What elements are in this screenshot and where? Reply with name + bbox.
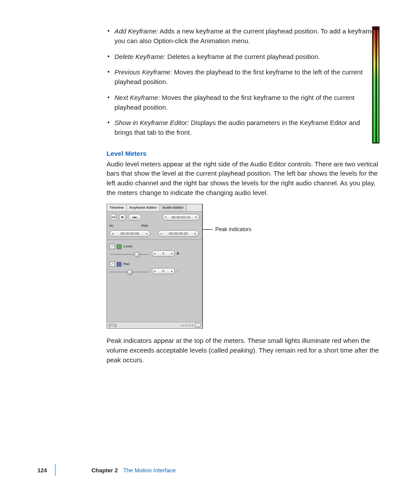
level-value: 4 (162, 251, 164, 256)
callout-label: Peak indicators (215, 226, 251, 233)
meter-bar-right (376, 29, 379, 143)
desc: Deletes a keyframe at the current playhe… (166, 53, 320, 60)
pan-color-swatch[interactable] (117, 262, 122, 267)
footer-divider (55, 464, 55, 476)
chevron-right-icon: ▸ (146, 232, 148, 236)
audio-editor-panel: Timeline Keyframe Editor Audio Editor |◂… (107, 204, 203, 329)
pan-value-field[interactable]: ◂ 0 ▸ (152, 268, 175, 274)
level-color-swatch[interactable] (117, 244, 122, 249)
em-peaking: peaking (230, 346, 253, 354)
meter-bar-left (373, 29, 376, 143)
callout-peak-indicators: Peak indicators (203, 226, 251, 233)
pan-value: 0 (162, 269, 164, 274)
heading-level-meters: Level Meters (107, 149, 379, 158)
out-time-value: 00:00:09:28 (169, 231, 188, 236)
chevron-left-icon: ◂ (154, 269, 155, 273)
level-slider[interactable] (110, 252, 149, 257)
chapter-number: Chapter 2 (92, 467, 118, 474)
param-pan: ✓ Pan ◂ 0 (107, 260, 202, 278)
term: Next Keyframe: (114, 94, 160, 101)
in-label: In: (110, 223, 114, 228)
callout-line (203, 229, 213, 230)
current-time-value: 00:00:03:19 (172, 215, 190, 220)
pan-keyframe-icon[interactable]: − (177, 269, 179, 274)
level-label: Level (123, 244, 132, 249)
chevron-left-icon: ◂ (160, 232, 162, 236)
page-footer: 124 Chapter 2 The Motion Interface (37, 464, 176, 476)
chapter-title: The Motion Interface (123, 467, 176, 474)
level-checkbox[interactable]: ✓ (110, 244, 115, 249)
term: Show in Keyframe Editor: (114, 119, 189, 126)
filter-icon[interactable]: ((▽)) (108, 323, 117, 328)
tab-timeline[interactable]: Timeline (107, 204, 127, 211)
chevron-left-icon: ◂ (154, 251, 155, 256)
bullet-next-keyframe: Next Keyframe: Moves the playhead to the… (107, 93, 379, 112)
chevron-right-icon: ▸ (195, 232, 196, 236)
level-meters (372, 26, 379, 143)
tab-keyframe-editor[interactable]: Keyframe Editor (127, 204, 160, 211)
chevron-left-icon: ◂ (112, 232, 114, 236)
bullet-previous-keyframe: Previous Keyframe: Moves the playhead to… (107, 67, 379, 87)
pan-checkbox[interactable]: ✓ (110, 261, 115, 267)
figure-audio-editor: Timeline Keyframe Editor Audio Editor |◂… (107, 204, 379, 329)
term: Previous Keyframe: (114, 68, 172, 76)
chevron-right-icon: ▸ (171, 251, 173, 256)
tab-audio-editor[interactable]: Audio Editor (160, 204, 187, 211)
zoom-slider[interactable] (181, 323, 201, 327)
go-to-start-button[interactable]: |◂◂ (110, 214, 117, 221)
para-level-meters: Audio level meters appear at the right s… (107, 159, 379, 198)
param-level: ✓ Level ◂ 4 (107, 243, 202, 260)
play-button[interactable]: ▶ (119, 214, 126, 221)
in-time-field[interactable]: ◂ 00:00:00:00 ▸ (110, 230, 150, 237)
loop-button[interactable]: |◂▸| (128, 214, 141, 221)
pan-slider[interactable] (110, 270, 149, 274)
chevron-left-icon: ◂ (165, 215, 166, 219)
pan-label: Pan (123, 261, 130, 267)
bullet-add-keyframe: Add Keyframe: Adds a new keyframe at the… (107, 26, 379, 46)
term: Add Keyframe: (114, 27, 158, 35)
page-number: 124 (37, 467, 47, 474)
term: Delete Keyframe: (114, 53, 166, 60)
chevron-right-icon: ▸ (171, 269, 173, 273)
bullet-delete-keyframe: Delete Keyframe: Deletes a keyframe at t… (107, 52, 379, 62)
para-peak-indicators: Peak indicators appear at the top of the… (107, 336, 379, 364)
level-value-field[interactable]: ◂ 4 ▸ (152, 250, 175, 257)
in-time-value: 00:00:00:00 (121, 231, 139, 236)
current-time-field[interactable]: ◂ 00:00:03:19 ▸ (162, 214, 199, 221)
level-keyframe-icon[interactable]: ◆ (177, 251, 179, 256)
chevron-right-icon: ▸ (195, 215, 197, 219)
bullet-show-in-kf-editor: Show in Keyframe Editor: Displays the au… (107, 118, 379, 137)
out-time-field[interactable]: ◂ 00:00:09:28 ▸ (158, 230, 199, 237)
out-label: Out: (141, 223, 148, 228)
